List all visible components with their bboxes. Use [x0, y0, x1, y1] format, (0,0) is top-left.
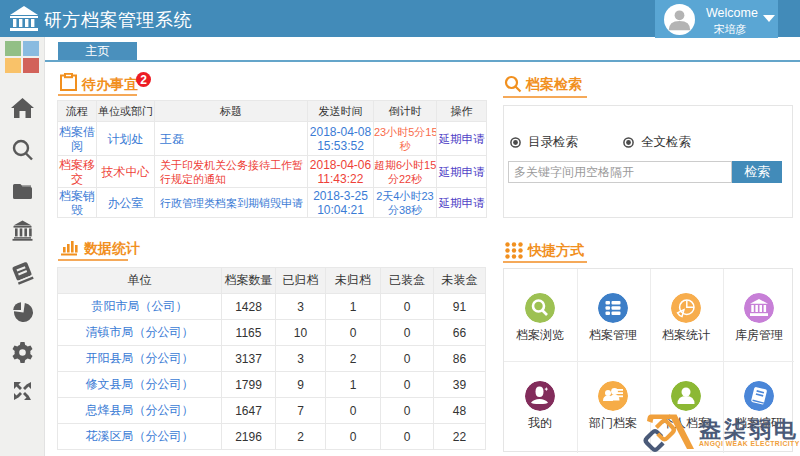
svg-text:ANGQI WEAK ELECTRICITY: ANGQI WEAK ELECTRICITY	[699, 440, 800, 448]
svg-text:盎柒弱电: 盎柒弱电	[699, 417, 799, 442]
